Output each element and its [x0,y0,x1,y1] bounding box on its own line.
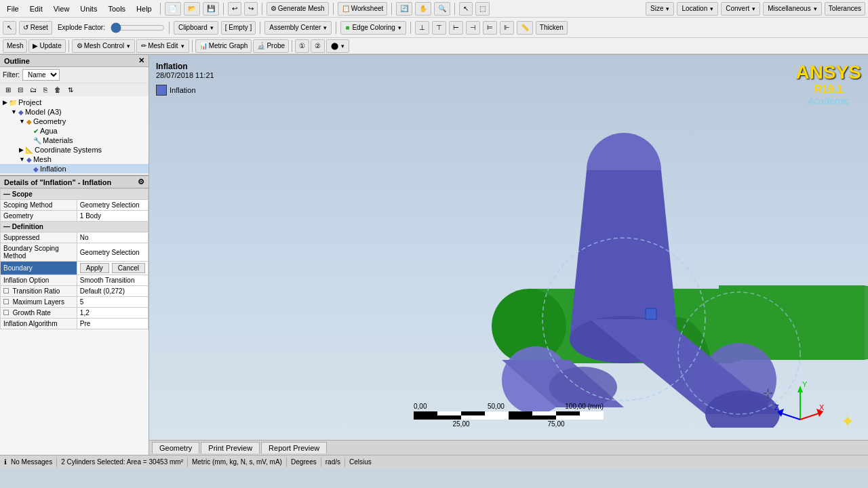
cancel-button[interactable]: Cancel [112,263,145,273]
ruler-btn[interactable]: 📏 [517,21,533,35]
assembly-center-dropdown[interactable]: Assembly Center [264,21,332,35]
scale-svg [414,411,604,420]
inflation-icon: ◆ [33,165,39,173]
tolerances-btn[interactable]: Tolerances [825,2,865,16]
rotate-btn[interactable]: 🔄 [396,2,412,16]
menu-edit[interactable]: Edit [26,3,47,14]
tab-print-preview[interactable]: Print Preview [201,442,260,453]
new-btn[interactable]: 📄 [165,2,181,16]
tree-item-agua[interactable]: ▶ ✔ Agua [0,126,149,136]
convert-dropdown[interactable]: Convert [721,2,760,16]
outline-collapse-btn[interactable]: ✕ [138,56,144,65]
agua-icon: ✔ [33,127,39,135]
tree-item-inflation[interactable]: ▶ ◆ Inflation [0,164,149,174]
menu-tools[interactable]: Tools [104,3,130,14]
tree-icon-copy[interactable]: ⎘ [41,85,50,95]
ann6-btn[interactable]: ⊩ [500,21,514,35]
tree-item-materials[interactable]: ▶ 🔧 Materials [0,136,149,145]
tree-icon-collapse[interactable]: ⊟ [15,85,26,95]
tree-area: ▶ 📁 Project ▼ ◆ Model (A3) ▼ ◆ Geometry [0,96,149,175]
select-icon-btn[interactable]: ↖ [3,21,16,35]
model-icon: ◆ [18,108,24,116]
scale-bar: 0,00 50,00 100,00 (mm) [414,403,604,428]
reset-btn[interactable]: ↺ Reset [19,21,52,35]
apply-button[interactable]: Apply [80,263,109,273]
tree-arrow-project[interactable]: ▶ [3,99,7,106]
size-dropdown[interactable]: Size [646,2,674,16]
svg-rect-26 [556,411,580,415]
key-transition-ratio: Transition Ratio [1,286,77,297]
probe-btn[interactable]: 🔬 Probe [253,39,289,53]
ann3-btn[interactable]: ⊢ [449,21,463,35]
box-select-btn[interactable]: ⬚ [475,2,490,16]
svg-rect-23 [485,411,509,415]
status-bar: ℹ No Messages 2 Cylinders Selected: Area… [0,455,868,468]
pan-btn[interactable]: ✋ [415,2,431,16]
worksheet-btn[interactable]: 📋 Worksheet [338,2,388,16]
redo-btn[interactable]: ↪ [244,2,258,16]
ann2-btn[interactable]: ⊤ [432,21,446,35]
edge-coloring-dropdown[interactable]: ■ Edge Coloring [340,21,406,35]
update-btn[interactable]: ▶ Update [28,39,65,53]
save-btn[interactable]: 💾 [203,2,219,16]
filter-select[interactable]: Name [22,69,60,81]
status-sep3 [286,458,287,467]
row-boundary-scoping: Boundary Scoping Method Geometry Selecti… [1,243,149,262]
svg-rect-27 [580,411,604,415]
svg-text:Z: Z [774,403,779,411]
tree-icon-sort[interactable]: ⇅ [65,85,76,95]
display-btn2[interactable]: ② [311,39,325,53]
tree-item-model[interactable]: ▼ ◆ Model (A3) [0,107,149,117]
tree-item-geometry[interactable]: ▼ ◆ Geometry [0,117,149,126]
row-max-layers: Maximum Layers 5 [1,297,149,308]
tree-icon-delete[interactable]: 🗑 [52,85,64,95]
axes-svg: Y Z X [773,379,827,433]
sep1 [160,3,161,15]
open-btn[interactable]: 📂 [184,2,200,16]
status-units: Metric (mm, kg, N, s, mV, mA) [192,458,282,466]
project-icon: 📁 [9,99,17,106]
generate-mesh-btn[interactable]: ⚙ Generate Mesh [267,2,329,16]
key-boundary[interactable]: Boundary [1,262,77,275]
undo-btn[interactable]: ↩ [228,2,241,16]
key-inflation-option: Inflation Option [1,275,77,286]
menu-view[interactable]: View [50,3,74,14]
tree-arrow-coordinate[interactable]: ▶ [19,146,24,153]
display-btn1[interactable]: ① [295,39,309,53]
location-dropdown[interactable]: Location [677,2,718,16]
menu-units[interactable]: Units [76,3,101,14]
mesh-edit-dropdown[interactable]: ✏ Mesh Edit [136,39,189,53]
section-scope-label: — Scope [1,189,149,200]
mesh-ctrl-dropdown[interactable]: ⚙ Mesh Control [72,39,135,53]
details-title: Details of "Inflation" - Inflation [4,178,111,186]
metric-graph-btn[interactable]: 📊 Metric Graph [195,39,252,53]
select-btn[interactable]: ↖ [459,2,473,16]
tree-arrow-geometry[interactable]: ▼ [19,118,25,125]
tree-icon-expand[interactable]: ⊞ [3,85,14,95]
clipboard-dropdown[interactable]: Clipboard [174,21,218,35]
tree-arrow-model[interactable]: ▼ [11,108,17,115]
explode-slider[interactable] [111,24,165,31]
ann1-btn[interactable]: ⊥ [415,21,429,35]
details-icon[interactable]: ⚙ [138,178,144,186]
menu-help[interactable]: Help [132,3,156,14]
tab-report-preview[interactable]: Report Preview [261,442,327,453]
display-mode-dropdown[interactable]: ⬤ [326,39,349,53]
tree-label-model: Model (A3) [25,108,62,116]
tree-arrow-mesh[interactable]: ▼ [19,156,25,163]
tab-geometry[interactable]: Geometry [152,442,199,453]
tree-icon-new[interactable]: 🗂 [27,85,39,95]
menu-file[interactable]: File [3,3,23,14]
miscellaneous-dropdown[interactable]: Miscellaneous [763,2,821,16]
zoom-btn[interactable]: 🔍 [434,2,450,16]
ann4-btn[interactable]: ⊣ [466,21,480,35]
row-inflation-option: Inflation Option Smooth Transition [1,275,149,286]
tree-item-coordinate[interactable]: ▶ 📐 Coordinate Systems [0,145,149,155]
coordinate-axes: Y Z X [773,379,827,434]
ann5-btn[interactable]: ⊨ [483,21,497,35]
mesh-btn[interactable]: Mesh [3,39,27,53]
thicken-btn[interactable]: Thicken [536,21,568,35]
tree-item-mesh[interactable]: ▼ ◆ Mesh [0,155,149,164]
tree-item-project[interactable]: ▶ 📁 Project [0,98,149,107]
scale-100: 100,00 (mm) [565,403,604,410]
